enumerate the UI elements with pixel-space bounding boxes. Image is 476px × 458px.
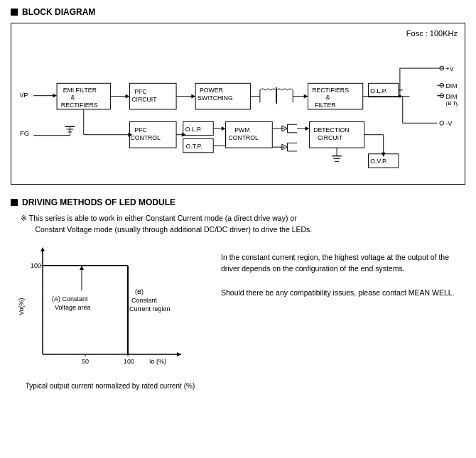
driving-methods-title: DRIVING METHODS OF LED MODULE — [11, 197, 465, 207]
svg-text:O.V.P.: O.V.P. — [370, 158, 387, 165]
block-diagram-title: BLOCK DIAGRAM — [11, 7, 465, 17]
svg-marker-19 — [191, 94, 195, 99]
svg-text:DIM+: DIM+ — [446, 82, 458, 89]
svg-text:Voltage area: Voltage area — [55, 304, 91, 311]
svg-text:EMI FILTER: EMI FILTER — [63, 87, 97, 94]
svg-text:Constant: Constant — [131, 297, 158, 304]
svg-marker-68 — [222, 126, 226, 131]
svg-text:SWITCHING: SWITCHING — [198, 94, 233, 102]
svg-marker-97 — [382, 153, 386, 157]
block-diagram-wrapper: Fosc : 100KHz I/P FG EMI FILTER & RECTIF… — [11, 23, 465, 185]
svg-text:(A)  Constant: (A) Constant — [52, 295, 88, 302]
svg-text:RECTIFIERS: RECTIFIERS — [61, 102, 98, 109]
svg-text:RECTIFIERS: RECTIFIERS — [312, 87, 349, 94]
svg-text:O.T.P.: O.T.P. — [186, 143, 202, 150]
svg-marker-103 — [177, 352, 181, 356]
svg-point-44 — [440, 121, 444, 125]
svg-text:50: 50 — [82, 358, 89, 365]
svg-marker-14 — [126, 94, 130, 99]
chart-caption: Typical output current normalized by rat… — [11, 382, 210, 390]
svg-text:Vo(%): Vo(%) — [18, 298, 25, 315]
diagram-area: I/P FG EMI FILTER & RECTIFIERS — [18, 42, 458, 177]
svg-text:FG: FG — [20, 129, 29, 137]
svg-text:DETECTION: DETECTION — [313, 126, 349, 133]
svg-text:O.L.P.: O.L.P. — [370, 87, 387, 94]
svg-text:FILTER: FILTER — [315, 102, 335, 109]
svg-text:Current region: Current region — [129, 305, 171, 312]
svg-text:CIRCUIT: CIRCUIT — [318, 134, 343, 141]
driving-description: In the constant current region, the high… — [221, 244, 465, 299]
svg-text:PFC: PFC — [134, 88, 146, 95]
svg-marker-29 — [304, 94, 308, 99]
svg-text:DIM-: DIM- — [446, 93, 458, 100]
svg-text:PFC: PFC — [134, 126, 146, 133]
svg-text:&: & — [70, 94, 75, 101]
title-square-icon-2 — [11, 199, 18, 206]
svg-text:Io (%): Io (%) — [149, 358, 166, 365]
driving-content: Vo(%) 100 50 100 Io (%) — [11, 244, 465, 390]
svg-marker-102 — [40, 247, 45, 251]
chart-wrapper: Vo(%) 100 50 100 Io (%) — [11, 244, 210, 390]
driving-chart-svg: Vo(%) 100 50 100 Io (%) — [11, 244, 210, 379]
driving-note: This series is able to work in either Co… — [21, 213, 465, 236]
svg-text:CONTROL: CONTROL — [130, 134, 161, 141]
title-square-icon — [11, 9, 18, 16]
svg-text:100: 100 — [124, 358, 134, 365]
svg-marker-85 — [305, 126, 310, 131]
svg-text:POWER: POWER — [200, 87, 223, 94]
svg-text:I/P: I/P — [20, 91, 28, 99]
svg-text:CIRCUIT: CIRCUIT — [131, 96, 157, 103]
svg-marker-66 — [182, 133, 186, 137]
svg-text:-V: -V — [446, 120, 453, 127]
svg-text:+V: +V — [446, 65, 454, 72]
svg-text:O.L.P.: O.L.P. — [185, 126, 202, 133]
block-diagram-section: BLOCK DIAGRAM Fosc : 100KHz I/P FG EMI F… — [11, 7, 465, 185]
chart-container: Vo(%) 100 50 100 Io (%) — [11, 244, 210, 379]
svg-text:(B): (B) — [135, 288, 144, 295]
svg-text:(B Type): (B Type) — [446, 100, 458, 107]
driving-methods-section: DRIVING METHODS OF LED MODULE This serie… — [11, 197, 465, 390]
svg-text:&: & — [326, 94, 330, 101]
svg-text:PWM: PWM — [234, 126, 249, 133]
fosc-label: Fosc : 100KHz — [18, 29, 458, 38]
svg-marker-3 — [53, 94, 57, 98]
svg-text:CONTROL: CONTROL — [228, 134, 259, 141]
svg-text:100: 100 — [31, 262, 41, 269]
block-diagram-svg: I/P FG EMI FILTER & RECTIFIERS — [18, 42, 458, 177]
